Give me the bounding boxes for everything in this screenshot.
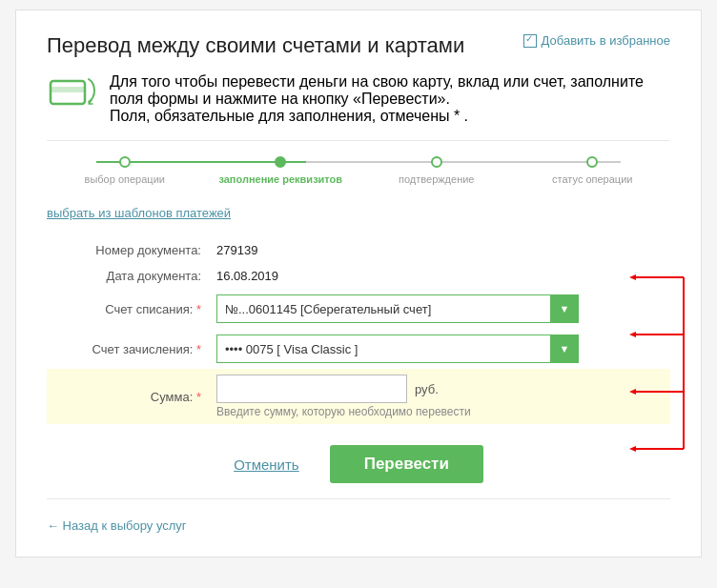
- debit-account-select-wrapper: №...0601145 [Сберегательный счет]: [216, 294, 579, 323]
- debit-account-label: Счет списания: *: [47, 289, 209, 329]
- progress-bar: выбор операции заполнение реквизитов под…: [47, 156, 670, 185]
- svg-rect-1: [51, 87, 85, 92]
- step-1: выбор операции: [47, 156, 203, 185]
- doc-date-label: Дата документа:: [47, 263, 209, 289]
- add-to-favorites-link[interactable]: Добавить в избранное: [523, 33, 670, 48]
- back-link[interactable]: ← Назад к выбору услуг: [47, 518, 187, 533]
- doc-date-value: 16.08.2019: [209, 263, 670, 289]
- step-label-3: подтверждение: [399, 173, 474, 185]
- step-dot-4: [586, 156, 598, 168]
- doc-number-label: Номер документа:: [47, 237, 209, 263]
- step-dot-2: [275, 156, 286, 168]
- step-label-2: заполнение реквизитов: [218, 173, 342, 185]
- debit-account-row: Счет списания: * №...0601145 [Сберегател…: [47, 289, 670, 329]
- amount-required-star: *: [196, 390, 201, 404]
- credit-account-select-wrapper: •••• 0075 [ Visa Classic ]: [216, 335, 579, 363]
- amount-cell: руб. Введите сумму, которую необходимо п…: [209, 369, 670, 424]
- form-table: Номер документа: 279139 Дата документа: …: [47, 237, 670, 424]
- info-text-block: Для того чтобы перевести деньги на свою …: [110, 73, 670, 125]
- doc-number-row: Номер документа: 279139: [47, 237, 670, 263]
- step-3: подтверждение: [358, 156, 515, 185]
- credit-account-select[interactable]: •••• 0075 [ Visa Classic ]: [216, 335, 579, 363]
- step-dot-3: [431, 156, 442, 168]
- credit-account-row: Счет зачисления: * •••• 0075 [ Visa Clas…: [47, 329, 670, 369]
- divider-1: [47, 140, 670, 141]
- doc-number-value: 279139: [209, 237, 670, 263]
- debit-required-star: *: [196, 302, 201, 316]
- currency-label: руб.: [415, 382, 439, 396]
- amount-input[interactable]: [216, 375, 407, 403]
- divider-2: [47, 498, 670, 499]
- add-to-favorites-label: Добавить в избранное: [542, 33, 670, 48]
- amount-row: Сумма: * руб. Введите сумму, которую нео…: [47, 369, 670, 424]
- bookmark-icon: [523, 34, 537, 48]
- credit-required-star: *: [196, 342, 201, 356]
- button-row: Отменить Перевести: [47, 445, 670, 483]
- debit-account-cell: №...0601145 [Сберегательный счет]: [209, 289, 670, 329]
- step-4: статус операции: [515, 156, 671, 185]
- doc-date-row: Дата документа: 16.08.2019: [47, 263, 670, 289]
- credit-account-cell: •••• 0075 [ Visa Classic ]: [209, 329, 670, 369]
- page-container: Добавить в избранное Перевод между своим…: [15, 10, 702, 558]
- template-link[interactable]: выбрать из шаблонов платежей: [47, 206, 231, 220]
- info-block: Для того чтобы перевести деньги на свою …: [47, 73, 670, 125]
- info-main-text: Для того чтобы перевести деньги на свою …: [110, 73, 670, 108]
- transfer-icon: [47, 73, 96, 115]
- cancel-button[interactable]: Отменить: [234, 456, 299, 473]
- credit-account-label: Счет зачисления: *: [47, 329, 209, 369]
- amount-label: Сумма: *: [47, 369, 209, 424]
- transfer-button[interactable]: Перевести: [330, 445, 483, 483]
- required-note: Поля, обязательные для заполнения, отмеч…: [110, 108, 670, 125]
- step-dot-1: [119, 156, 131, 168]
- debit-account-select[interactable]: №...0601145 [Сберегательный счет]: [216, 294, 579, 323]
- amount-input-wrapper: руб.: [216, 375, 663, 403]
- step-2: заполнение реквизитов: [203, 156, 359, 185]
- step-label-4: статус операции: [552, 173, 632, 185]
- step-label-1: выбор операции: [85, 173, 165, 185]
- amount-hint: Введите сумму, которую необходимо переве…: [216, 405, 663, 418]
